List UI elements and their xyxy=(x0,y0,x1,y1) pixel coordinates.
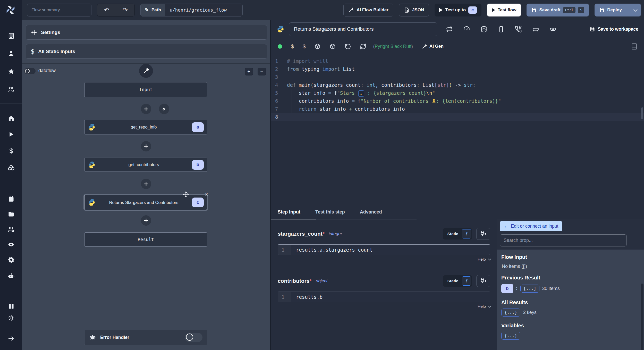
dataflow-toggle[interactable] xyxy=(24,68,36,74)
step-title-input[interactable] xyxy=(289,22,437,36)
zoom-in-button[interactable]: + xyxy=(245,68,253,75)
sidebar-star-icon[interactable] xyxy=(6,66,16,76)
code-line[interactable]: 7 return star_info + contributors_info xyxy=(271,105,644,113)
sidebar-robot-icon[interactable] xyxy=(6,271,16,280)
help-link[interactable]: Help xyxy=(478,257,486,262)
function-mode-button[interactable]: ƒ xyxy=(462,276,471,286)
result-key-badge[interactable]: b xyxy=(501,284,513,293)
edit-or-connect-button[interactable]: ← Edit or connect an input xyxy=(500,221,562,231)
voicemail-icon[interactable] xyxy=(549,26,556,33)
save-draft-button[interactable]: Save draft Ctrl S xyxy=(527,4,589,16)
help-link[interactable]: Help xyxy=(478,304,486,309)
tab-step-input[interactable]: Step Input xyxy=(278,209,300,215)
test-up-to-button[interactable]: Test up to c xyxy=(435,4,481,16)
flow-settings-button[interactable]: Settings xyxy=(26,25,267,40)
expression-editor[interactable]: 1 results.a.stargazers_count xyxy=(278,244,490,255)
editor-scrollbar[interactable] xyxy=(641,107,643,119)
move-node-handle[interactable] xyxy=(183,191,189,198)
expression-editor[interactable]: 1 results.b xyxy=(278,292,490,302)
path-group[interactable]: ✎ Path u/henri/gracious_flow xyxy=(140,4,243,16)
save-to-workspace-button[interactable]: Save to workspace xyxy=(590,27,638,32)
error-handler-node[interactable]: Error Handler xyxy=(84,330,207,345)
input-mode-toggle[interactable]: Static ƒ xyxy=(443,228,472,240)
code-line[interactable]: 2from typing import List xyxy=(271,65,644,73)
chevron-down-icon[interactable] xyxy=(488,305,491,308)
redo-button[interactable]: ↷ xyxy=(116,4,134,16)
code-line[interactable]: 5 star_info = f"Stars ★ : {stargazers_co… xyxy=(271,89,644,97)
add-step-button[interactable] xyxy=(141,179,151,189)
expression-value[interactable]: results.b xyxy=(291,292,490,302)
connect-input-button[interactable] xyxy=(476,228,490,240)
flow-summary-input[interactable] xyxy=(27,4,91,16)
function-mode-button[interactable]: ƒ xyxy=(462,229,471,238)
test-flow-button[interactable]: Test flow xyxy=(487,4,521,16)
delete-node-button[interactable]: × xyxy=(205,191,208,198)
static-mode-label[interactable]: Static xyxy=(444,232,462,236)
sidebar-boxes-icon[interactable] xyxy=(6,162,16,172)
add-step-button[interactable] xyxy=(141,215,151,226)
panel-splitter[interactable] xyxy=(270,20,271,350)
sidebar-building-icon[interactable] xyxy=(6,31,16,41)
error-handler-toggle[interactable] xyxy=(185,333,202,342)
package-icon[interactable] xyxy=(314,43,321,50)
package-icon[interactable] xyxy=(329,43,336,50)
search-prop-input[interactable] xyxy=(500,234,627,246)
sidebar-gear-icon[interactable] xyxy=(6,255,16,264)
deploy-dropdown-button[interactable] xyxy=(629,4,641,16)
connect-input-button[interactable] xyxy=(476,275,490,287)
bed-icon[interactable] xyxy=(532,26,539,33)
sidebar-books-icon[interactable] xyxy=(6,301,16,311)
code-line[interactable]: 1# import wmill xyxy=(271,57,644,65)
sidebar-users-cog-icon[interactable] xyxy=(6,224,16,234)
flow-node-input[interactable]: Input xyxy=(84,82,207,97)
add-step-button[interactable] xyxy=(141,141,151,151)
sidebar-home-icon[interactable] xyxy=(6,113,16,123)
object-badge[interactable]: {...} xyxy=(501,309,520,317)
sidebar-sun-icon[interactable] xyxy=(6,313,16,323)
all-static-inputs-button[interactable]: $ All Static Inputs xyxy=(26,44,267,59)
scrollbar-thumb[interactable] xyxy=(641,284,643,350)
path-value[interactable]: u/henri/gracious_flow xyxy=(165,4,242,16)
undo-button[interactable]: ↶ xyxy=(97,4,116,16)
array-badge[interactable]: [...] xyxy=(520,285,539,293)
gauge-icon[interactable] xyxy=(463,26,470,33)
repeat-icon[interactable] xyxy=(446,26,453,33)
input-mode-toggle[interactable]: Static ƒ xyxy=(443,275,472,287)
sidebar-user-icon[interactable] xyxy=(6,48,16,58)
sidebar-users-icon[interactable] xyxy=(6,84,16,94)
code-line[interactable]: 3 xyxy=(271,73,644,81)
flow-node-result[interactable]: Result xyxy=(84,232,207,247)
add-trigger-button[interactable] xyxy=(159,104,169,114)
add-step-button[interactable] xyxy=(141,104,151,114)
code-line[interactable]: 6 contributors_info = f"Number of contri… xyxy=(271,97,644,105)
tab-advanced[interactable]: Advanced xyxy=(360,209,382,215)
sidebar-dollar-icon[interactable] xyxy=(6,146,16,156)
code-editor[interactable]: 1# import wmill2from typing import List3… xyxy=(271,55,644,205)
flow-node-a[interactable]: get_repo_info a xyxy=(84,120,207,134)
tab-test-this-step[interactable]: Test this step xyxy=(315,209,345,215)
sidebar-arrow-right-icon[interactable] xyxy=(6,334,16,343)
static-mode-label[interactable]: Static xyxy=(444,279,462,283)
sidebar-folder-icon[interactable] xyxy=(6,209,16,219)
windmill-logo-icon[interactable] xyxy=(4,3,17,16)
smartphone-icon[interactable] xyxy=(498,26,505,33)
dollar-icon[interactable]: $ xyxy=(303,43,306,49)
database-icon[interactable] xyxy=(480,26,487,33)
deploy-button[interactable]: Deploy xyxy=(595,4,626,16)
ai-wand-button[interactable] xyxy=(139,64,153,78)
refresh-icon[interactable] xyxy=(360,43,366,50)
phone-incoming-icon[interactable] xyxy=(515,26,522,33)
zoom-out-button[interactable]: − xyxy=(258,68,266,75)
sidebar-eye-icon[interactable] xyxy=(6,240,16,249)
ai-gen-button[interactable]: AI Gen xyxy=(422,44,444,49)
book-icon[interactable] xyxy=(631,43,637,50)
expression-value[interactable]: results.a.stargazers_count xyxy=(291,245,490,255)
rotate-ccw-icon[interactable] xyxy=(345,43,351,50)
object-badge[interactable]: {...} xyxy=(501,332,520,340)
flow-node-b[interactable]: get_contributors b xyxy=(84,158,207,172)
json-button[interactable]: JSON xyxy=(399,4,429,16)
chevron-down-icon[interactable] xyxy=(488,258,491,260)
code-line[interactable]: 8 xyxy=(271,113,644,121)
sidebar-play-icon[interactable] xyxy=(6,129,16,139)
ai-flow-builder-button[interactable]: AI Flow Builder xyxy=(343,4,393,16)
